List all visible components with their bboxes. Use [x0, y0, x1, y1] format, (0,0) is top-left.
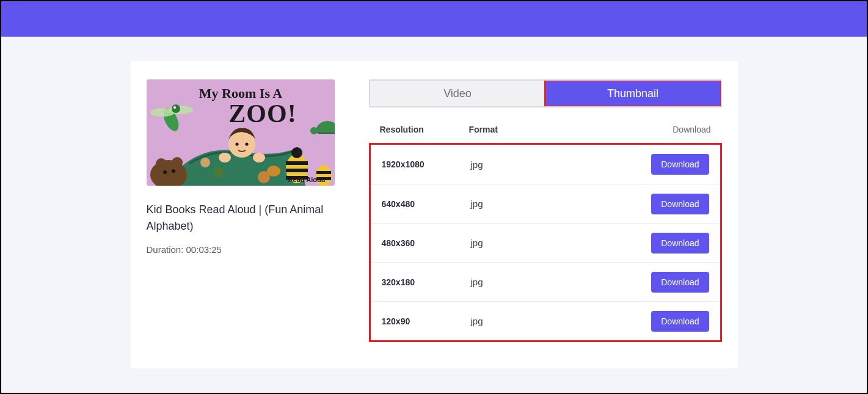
cell-format: jpg [471, 316, 636, 326]
download-panel: Video Thumbnail Resolution Format Downlo… [369, 79, 722, 346]
table-row: 1920x1080jpgDownload [371, 145, 720, 184]
video-duration: Duration: 00:03:25 [147, 244, 335, 255]
cell-download: Download [636, 194, 709, 214]
app-header [1, 1, 867, 37]
svg-point-21 [310, 127, 318, 134]
table-row: 320x180jpgDownload [371, 262, 720, 301]
svg-point-3 [245, 142, 248, 145]
svg-rect-13 [286, 169, 308, 172]
svg-point-9 [163, 170, 167, 174]
svg-point-22 [200, 158, 210, 167]
tabs: Video Thumbnail [369, 79, 722, 108]
download-button[interactable]: Download [651, 194, 709, 214]
thumb-title-line1: My Room Is A [199, 86, 282, 101]
thumbnail-table: Resolution Format Download 1920x1080jpgD… [369, 116, 722, 342]
video-thumbnail[interactable]: My Room Is A ZOO! Read Aloud [147, 79, 335, 186]
cell-download: Download [636, 154, 709, 175]
col-header-format: Format [469, 125, 638, 134]
svg-point-8 [172, 157, 183, 168]
svg-point-2 [235, 142, 238, 145]
cell-resolution: 320x180 [382, 277, 471, 287]
thumb-badge: Read Aloud [288, 176, 325, 183]
download-button[interactable]: Download [651, 233, 709, 254]
cell-download: Download [636, 272, 709, 293]
download-button[interactable]: Download [651, 272, 709, 293]
svg-point-10 [172, 169, 175, 173]
svg-rect-12 [286, 161, 308, 165]
download-button[interactable]: Download [651, 311, 709, 332]
video-title: Kid Books Read Aloud | (Fun Animal Alpha… [147, 202, 335, 235]
result-card: My Room Is A ZOO! Read Aloud Kid Books R… [131, 61, 738, 368]
cell-format: jpg [471, 277, 636, 287]
svg-point-5 [253, 153, 265, 162]
cell-format: jpg [471, 199, 636, 209]
cell-download: Download [636, 233, 709, 254]
col-header-download: Download [638, 125, 711, 134]
video-info-panel: My Room Is A ZOO! Read Aloud Kid Books R… [147, 79, 335, 346]
table-row: 120x90jpgDownload [371, 301, 720, 340]
col-header-resolution: Resolution [380, 125, 469, 134]
tab-video[interactable]: Video [370, 81, 545, 106]
table-row: 480x360jpgDownload [371, 223, 720, 262]
svg-point-4 [219, 153, 231, 162]
cell-download: Download [636, 311, 709, 332]
cell-format: jpg [471, 238, 636, 248]
svg-point-25 [258, 171, 270, 183]
svg-point-18 [150, 108, 175, 117]
thumb-title-line2: ZOO! [228, 100, 296, 128]
workspace: My Room Is A ZOO! Read Aloud Kid Books R… [1, 37, 867, 393]
cell-format: jpg [471, 159, 636, 170]
svg-rect-27 [316, 171, 331, 174]
table-row: 640x480jpgDownload [371, 184, 720, 223]
cell-resolution: 1920x1080 [382, 159, 471, 169]
tab-thumbnail[interactable]: Thumbnail [545, 81, 721, 106]
svg-point-7 [156, 158, 167, 169]
rows-highlight-box: 1920x1080jpgDownload640x480jpgDownload48… [369, 143, 722, 342]
cell-resolution: 120x90 [382, 316, 471, 326]
cell-resolution: 640x480 [382, 199, 471, 209]
svg-point-23 [213, 167, 224, 178]
table-header-row: Resolution Format Download [369, 116, 722, 143]
svg-point-20 [173, 106, 176, 109]
download-button[interactable]: Download [651, 154, 709, 175]
svg-point-19 [172, 104, 180, 113]
cell-resolution: 480x360 [382, 238, 471, 248]
svg-point-15 [291, 147, 302, 158]
